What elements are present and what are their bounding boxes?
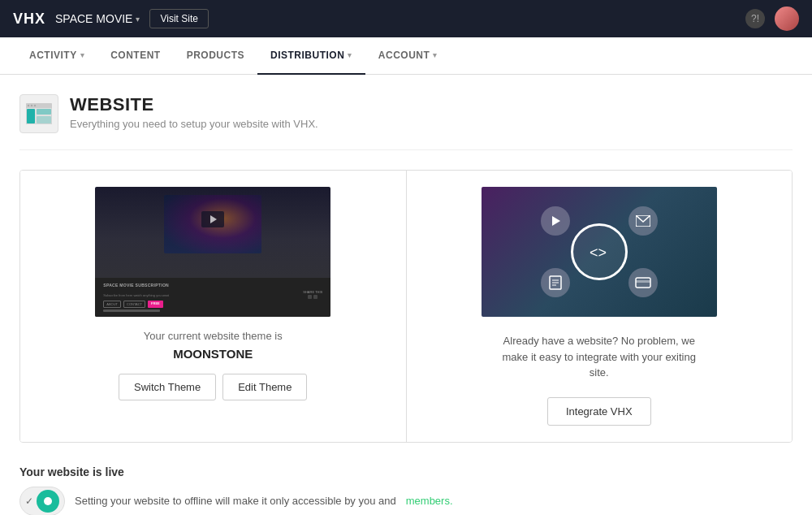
toggle-dot [44,497,52,505]
nav-item-activity[interactable]: ACTIVITY ▾ [16,37,97,75]
svg-text:<>: <> [590,245,607,261]
svg-rect-4 [37,109,51,115]
live-row: ✓ Setting your website to offline will m… [19,487,793,516]
theme-card-desc: Your current website theme is [144,330,283,342]
avatar[interactable] [775,6,799,31]
page-header: WEBSITE Everything you need to setup you… [19,94,793,150]
theme-preview-sub-text: Subscribe from here watch anything you w… [103,293,169,297]
top-bar-right: ?! [745,6,799,31]
page-icon [19,94,58,133]
page-title: WEBSITE [70,94,318,115]
help-button[interactable]: ?! [745,9,765,28]
activity-chevron-icon: ▾ [80,51,85,59]
members-link[interactable]: members. [406,495,453,507]
live-desc-text: Setting your website to offline will mak… [75,495,396,507]
secondary-nav: ACTIVITY ▾ CONTENT PRODUCTS DISTRIBUTION… [0,37,812,75]
theme-preview-bottom: SPACE MOVIE SUBSCRIPTION Subscribe from … [95,278,330,317]
svg-rect-16 [636,280,650,283]
live-toggle[interactable]: ✓ [19,487,65,516]
play-icon [541,206,570,236]
integrate-vhx-button[interactable]: Integrate VHX [547,397,651,426]
site-name-area[interactable]: SPACE MOVIE ▾ [55,12,140,25]
mail-icon [628,206,658,236]
top-bar: VHX SPACE MOVIE ▾ Visit Site ?! [0,0,812,37]
distribution-chevron-icon: ▾ [348,51,352,59]
site-chevron-icon: ▾ [136,15,140,24]
integrate-preview: <> [482,187,717,317]
theme-preview-title-text: SPACE MOVIE SUBSCRIPTION [103,283,322,288]
visit-site-button[interactable]: Visit Site [149,9,208,28]
toggle-circle [37,490,59,513]
svg-point-7 [31,105,32,106]
credit-card-icon [628,268,658,297]
svg-rect-2 [26,106,52,108]
nav-item-account[interactable]: ACCOUNT ▾ [365,37,451,75]
toggle-check-icon: ✓ [25,496,33,507]
theme-preview-inner: SPACE MOVIE SUBSCRIPTION Subscribe from … [95,187,330,317]
logo: VHX [13,11,45,28]
nav-item-products[interactable]: PRODUCTS [174,37,257,75]
edit-theme-button[interactable]: Edit Theme [222,374,307,400]
theme-card-buttons: Switch Theme Edit Theme [119,374,307,400]
svg-rect-5 [37,116,51,123]
site-name-label: SPACE MOVIE [55,12,132,25]
page-subtitle: Everything you need to setup your websit… [70,118,318,130]
website-icon [26,103,52,124]
integrate-card-desc: Already have a website? No problem, we m… [494,333,705,381]
theme-preview: SPACE MOVIE SUBSCRIPTION Subscribe from … [95,187,330,317]
website-live-title: Your website is live [19,465,793,478]
svg-point-6 [28,105,29,106]
nav-item-content[interactable]: CONTENT [97,37,174,75]
page-title-area: WEBSITE Everything you need to setup you… [70,94,318,130]
document-icon [541,268,570,297]
theme-card: SPACE MOVIE SUBSCRIPTION Subscribe from … [20,171,407,442]
page-content: WEBSITE Everything you need to setup you… [0,75,812,515]
integrate-circle-icon: <> [571,223,628,280]
account-chevron-icon: ▾ [433,51,438,59]
nav-item-distribution[interactable]: DISTRIBUTION ▾ [257,37,365,75]
cards-row: SPACE MOVIE SUBSCRIPTION Subscribe from … [19,170,793,443]
free-badge: FREE [148,301,163,308]
svg-rect-3 [27,109,35,123]
theme-preview-row: Subscribe from here watch anything you w… [103,290,322,299]
integrate-card: <> [407,171,793,442]
theme-name: MOONSTONE [173,347,253,361]
svg-point-8 [34,105,36,106]
live-section: Your website is live ✓ Setting your webs… [19,465,793,516]
switch-theme-button[interactable]: Switch Theme [119,374,216,400]
